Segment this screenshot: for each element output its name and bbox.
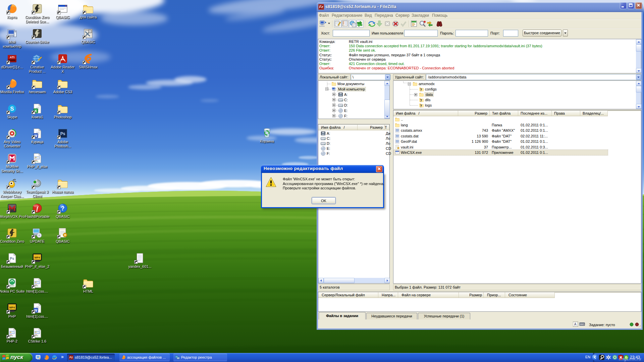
- svg-text:SBD: SBD: [580, 323, 584, 325]
- svg-text:A: A: [574, 322, 577, 326]
- svg-text:»: »: [61, 355, 64, 359]
- svg-text:Fz: Fz: [69, 356, 73, 359]
- svg-text:Fz: Fz: [319, 5, 323, 9]
